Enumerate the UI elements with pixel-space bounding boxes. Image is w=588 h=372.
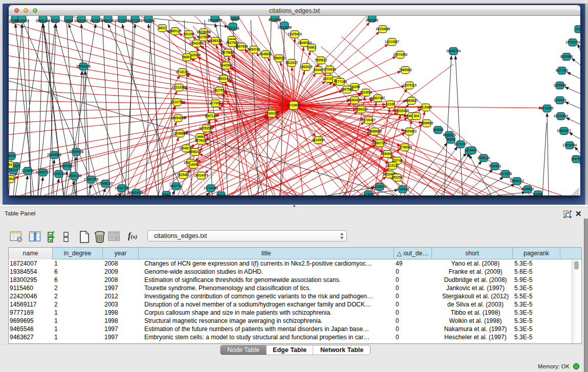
svg-text:964: 964	[9, 163, 12, 166]
svg-text:19218506: 19218506	[277, 26, 292, 29]
svg-text:6879197: 6879197	[454, 142, 467, 146]
svg-text:1362615: 1362615	[300, 65, 313, 69]
svg-text:9227342: 9227342	[556, 69, 569, 72]
svg-text:5322037: 5322037	[286, 61, 298, 64]
svg-text:9084067: 9084067	[381, 152, 394, 156]
svg-text:9777169: 9777169	[334, 80, 347, 83]
svg-text:1115682: 1115682	[21, 169, 34, 172]
svg-text:1145194: 1145194	[53, 172, 66, 176]
svg-text:9699695: 9699695	[421, 121, 433, 125]
svg-text:7515526: 7515526	[142, 19, 155, 23]
svg-text:16671355: 16671355	[128, 19, 143, 23]
svg-text:90448: 90448	[314, 68, 323, 72]
svg-text:9627508: 9627508	[226, 41, 239, 45]
svg-text:852254: 852254	[391, 176, 403, 179]
svg-text:8215955: 8215955	[541, 106, 554, 110]
svg-text:10973493: 10973493	[393, 53, 408, 56]
svg-text:891295: 891295	[183, 32, 194, 36]
svg-text:1609: 1609	[190, 163, 198, 166]
svg-text:20206526: 20206526	[47, 153, 62, 157]
svg-text:20364436: 20364436	[347, 98, 362, 102]
svg-text:20691406: 20691406	[36, 19, 51, 23]
svg-text:15716485: 15716485	[204, 186, 219, 190]
svg-text:16782759: 16782759	[115, 186, 129, 190]
svg-text:2935114: 2935114	[477, 156, 490, 160]
svg-text:12975115: 12975115	[402, 83, 417, 87]
svg-text:7357224: 7357224	[227, 27, 239, 30]
svg-text:8678332: 8678332	[195, 139, 208, 142]
svg-text:19756928: 19756928	[398, 145, 412, 149]
svg-text:1010755: 1010755	[171, 100, 184, 104]
svg-text:8186328: 8186328	[209, 39, 222, 42]
svg-text:10025438: 10025438	[395, 109, 409, 113]
svg-text:1209588: 1209588	[554, 83, 567, 87]
svg-text:12213369: 12213369	[172, 85, 187, 89]
svg-text:9657791: 9657791	[170, 184, 183, 188]
svg-text:9329966: 9329966	[560, 55, 573, 58]
svg-text:3675685: 3675685	[222, 51, 234, 54]
svg-text:2718176: 2718176	[176, 70, 189, 74]
svg-text:417006: 417006	[210, 101, 221, 105]
svg-text:12905135: 12905135	[67, 174, 82, 178]
svg-text:17957255: 17957255	[84, 178, 99, 181]
svg-text:12213967: 12213967	[385, 40, 400, 43]
svg-text:16210643: 16210643	[554, 114, 569, 118]
svg-text:98901: 98901	[182, 55, 191, 59]
svg-text:7955812: 7955812	[315, 58, 328, 62]
svg-text:1112: 1112	[575, 27, 580, 31]
svg-text:20442: 20442	[216, 193, 226, 196]
svg-text:15226058: 15226058	[197, 30, 211, 34]
svg-text:11325419: 11325419	[288, 32, 302, 36]
svg-text:3624554: 3624554	[312, 138, 325, 142]
svg-text:3267130: 3267130	[205, 114, 217, 118]
svg-text:20053346: 20053346	[76, 64, 91, 68]
svg-text:1733426: 1733426	[397, 187, 409, 191]
svg-text:23975867: 23975867	[60, 164, 75, 168]
svg-text:1244419: 1244419	[554, 98, 567, 102]
svg-text:10807487: 10807487	[371, 96, 385, 100]
svg-text:9146821: 9146821	[259, 52, 272, 56]
svg-text:19880: 19880	[64, 19, 73, 23]
svg-text:2803144: 2803144	[217, 77, 230, 80]
svg-text:16961: 16961	[307, 46, 316, 49]
svg-text:12342737: 12342737	[36, 170, 51, 174]
svg-text:74444: 74444	[467, 148, 476, 152]
svg-text:14136141: 14136141	[373, 185, 387, 188]
svg-text:9627500: 9627500	[197, 35, 210, 39]
svg-text:6794028: 6794028	[323, 68, 336, 71]
svg-text:9245652: 9245652	[521, 187, 534, 191]
svg-text:15720407: 15720407	[361, 118, 376, 122]
svg-text:10654112: 10654112	[510, 179, 524, 183]
svg-text:3624554: 3624554	[360, 91, 373, 94]
svg-text:18825: 18825	[230, 17, 239, 20]
svg-text:16914479: 16914479	[194, 173, 209, 177]
svg-text:19166829: 19166829	[173, 132, 188, 135]
svg-text:10958107: 10958107	[98, 182, 113, 185]
svg-text:20703: 20703	[51, 19, 60, 23]
svg-text:10653267: 10653267	[74, 19, 89, 23]
svg-text:1588520: 1588520	[273, 56, 286, 60]
svg-text:18310: 18310	[9, 154, 16, 158]
svg-text:15751074: 15751074	[565, 40, 580, 44]
svg-text:9115460: 9115460	[420, 105, 432, 109]
svg-text:120746: 120746	[391, 159, 403, 162]
svg-text:18807243: 18807243	[373, 141, 387, 145]
svg-text:164095: 164095	[432, 128, 444, 132]
svg-text:16154808: 16154808	[376, 27, 390, 31]
svg-text:7832621: 7832621	[489, 164, 502, 168]
svg-text:9660125: 9660125	[169, 29, 182, 33]
svg-text:19654915: 19654915	[171, 116, 186, 120]
svg-text:16053809: 16053809	[208, 18, 223, 22]
svg-text:804: 804	[414, 114, 420, 118]
svg-text:9242848: 9242848	[220, 63, 233, 67]
svg-text:19654923: 19654923	[402, 129, 417, 133]
svg-text:92456: 92456	[533, 192, 542, 196]
svg-text:17359928: 17359928	[69, 150, 84, 154]
svg-text:9644: 9644	[163, 193, 170, 196]
svg-text:7386322: 7386322	[355, 107, 368, 111]
svg-text:1527602: 1527602	[90, 19, 102, 23]
svg-text:8822: 8822	[159, 26, 166, 30]
svg-text:2867608: 2867608	[235, 45, 248, 48]
svg-text:1354: 1354	[9, 177, 14, 181]
svg-text:8813054: 8813054	[269, 18, 281, 21]
